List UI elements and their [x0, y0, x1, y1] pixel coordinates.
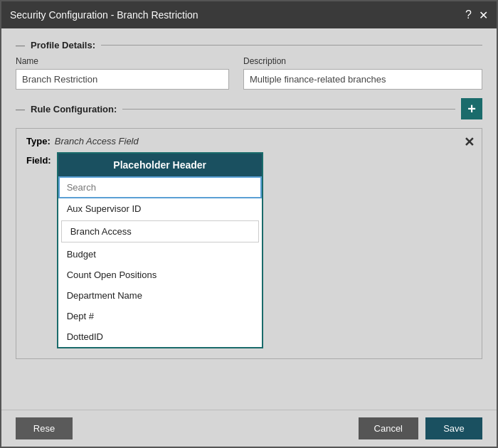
titlebar-icons: ? ✕: [465, 9, 488, 22]
name-field: Name: [16, 56, 229, 90]
dialog-footer: Rese Cancel Save: [1, 410, 497, 447]
profile-details-label: Profile Details:: [31, 40, 95, 50]
dropdown-box: Placeholder Header Aux Supervisor IDBran…: [57, 152, 263, 348]
footer-left: Rese: [16, 417, 73, 439]
dropdown-list: Aux Supervisor IDBranch AccessBudgetCoun…: [58, 198, 262, 347]
dropdown-item[interactable]: Count Open Positions: [58, 265, 262, 285]
description-label: Description: [243, 56, 482, 66]
type-label: Type:: [26, 136, 51, 146]
name-label: Name: [16, 56, 229, 66]
dialog-title: Security Configuration - Branch Restrict…: [10, 9, 198, 21]
description-input[interactable]: [243, 69, 482, 90]
dropdown-item[interactable]: Budget: [58, 244, 262, 265]
dropdown-container: Placeholder Header Aux Supervisor IDBran…: [57, 152, 263, 348]
field-label: Field:: [26, 152, 51, 166]
rule-config-line: [122, 109, 455, 110]
profile-form-row: Name Description: [16, 56, 482, 90]
titlebar: Security Configuration - Branch Restrict…: [1, 1, 497, 28]
dropdown-item[interactable]: DottedID: [58, 326, 262, 347]
main-dialog: Security Configuration - Branch Restrict…: [0, 0, 498, 448]
footer-right: Cancel Save: [359, 417, 482, 439]
field-row: Field: Placeholder Header Aux Supervisor…: [26, 152, 472, 348]
rule-config-header: — Rule Configuration: +: [16, 98, 482, 119]
inner-dialog-close-icon[interactable]: ✕: [464, 134, 475, 150]
profile-details-header: — Profile Details:: [16, 40, 482, 50]
rule-configuration-section: — Rule Configuration: +: [16, 98, 482, 119]
inner-dialog: ✕ Type: Branch Access Field Field: Place…: [16, 128, 482, 359]
type-row: Type: Branch Access Field: [26, 136, 472, 146]
dropdown-search-input[interactable]: [58, 176, 262, 198]
dropdown-item[interactable]: Aux Supervisor ID: [58, 198, 262, 219]
dropdown-item[interactable]: Department Name: [58, 285, 262, 306]
name-input[interactable]: [16, 69, 229, 90]
cancel-button[interactable]: Cancel: [359, 417, 418, 439]
type-value: Branch Access Field: [55, 136, 139, 146]
help-icon[interactable]: ?: [465, 9, 472, 21]
dropdown-header: Placeholder Header: [58, 154, 262, 176]
dropdown-item[interactable]: Dept #: [58, 306, 262, 326]
dialog-close-icon[interactable]: ✕: [479, 9, 488, 22]
description-field: Description: [243, 56, 482, 90]
dialog-body: — Profile Details: Name Description — Ru…: [1, 28, 497, 410]
rule-config-label: Rule Configuration:: [31, 104, 117, 114]
profile-details-line: [101, 45, 482, 46]
reset-button[interactable]: Rese: [16, 417, 73, 439]
save-button[interactable]: Save: [425, 417, 482, 439]
dropdown-item[interactable]: Branch Access: [61, 220, 259, 242]
profile-details-section: — Profile Details: Name Description: [16, 40, 482, 90]
add-rule-button[interactable]: +: [461, 98, 482, 119]
